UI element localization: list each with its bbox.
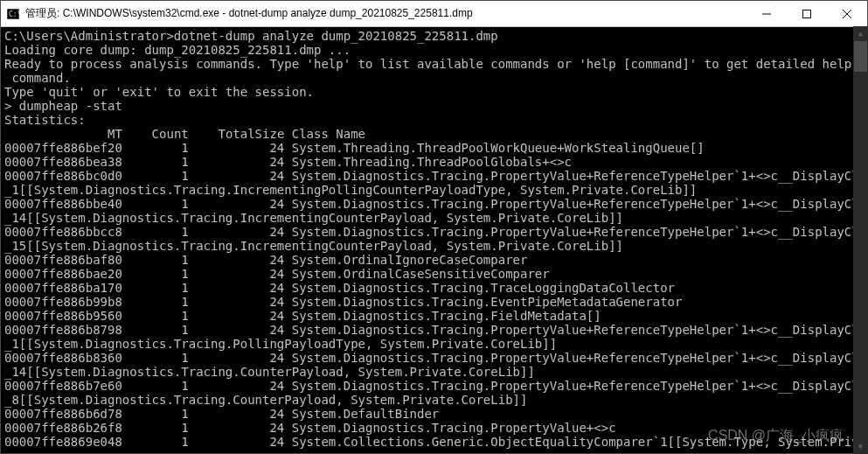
ready-line: Ready to process analysis commands. Type… xyxy=(4,57,867,85)
cmd-window: C:\ 管理员: C:\WINDOWS\system32\cmd.exe - d… xyxy=(0,0,868,454)
window-controls xyxy=(746,1,867,26)
svg-rect-3 xyxy=(803,10,811,17)
close-button[interactable] xyxy=(827,1,867,26)
statistics-label: Statistics: xyxy=(4,113,86,127)
minimize-button[interactable] xyxy=(746,1,787,26)
vertical-scrollbar[interactable]: ▲ ▼ xyxy=(853,26,868,454)
quit-line: Type 'quit' or 'exit' to exit the sessio… xyxy=(4,85,314,99)
svg-text:C:\: C:\ xyxy=(9,10,19,18)
loading-line: Loading core dump: dump_20210825_225811.… xyxy=(4,43,351,57)
titlebar[interactable]: C:\ 管理员: C:\WINDOWS\system32\cmd.exe - d… xyxy=(1,1,867,27)
table-rows: 00007ffe886bef20 1 24 System.Threading.T… xyxy=(4,141,867,449)
scroll-down-arrow[interactable]: ▼ xyxy=(853,439,868,454)
window-title: 管理员: C:\WINDOWS\system32\cmd.exe - dotne… xyxy=(25,6,746,21)
command-line: > dumpheap -stat xyxy=(4,99,122,113)
prompt-line: C:\Users\Administrator>dotnet-dump analy… xyxy=(4,29,498,43)
scroll-up-arrow[interactable]: ▲ xyxy=(853,26,868,41)
terminal-output[interactable]: C:\Users\Administrator>dotnet-dump analy… xyxy=(1,27,867,453)
cmd-icon: C:\ xyxy=(6,7,20,21)
scroll-thumb[interactable] xyxy=(854,41,867,72)
table-header: MT Count TotalSize Class Name xyxy=(4,127,365,141)
maximize-button[interactable] xyxy=(787,1,827,26)
